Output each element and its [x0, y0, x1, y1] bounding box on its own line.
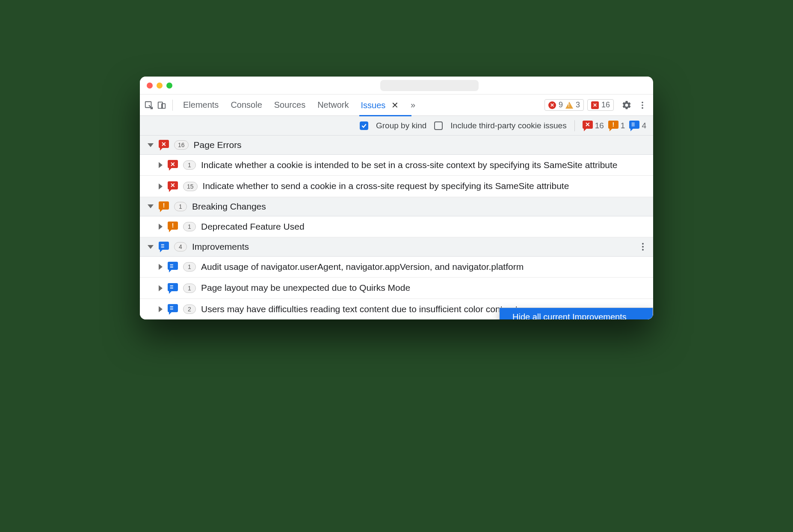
devtools-window: DevTools Elements Console Sources Networ…: [140, 77, 653, 319]
checkbox-group-by-kind[interactable]: [360, 121, 368, 130]
svg-point-4: [642, 104, 643, 106]
console-errors-warnings-badge[interactable]: ✕ 9 3: [544, 99, 584, 111]
chevron-right-icon: [159, 285, 163, 291]
tab-elements[interactable]: Elements: [183, 100, 219, 110]
error-kind-count: 16: [595, 121, 604, 130]
error-bubble-icon: [159, 140, 169, 150]
info-bubble-icon: [629, 121, 639, 131]
warning-bubble-icon: [168, 222, 178, 232]
issue-row[interactable]: 1 Page layout may be unexpected due to Q…: [140, 278, 653, 299]
svg-point-3: [642, 101, 643, 103]
group-count: 1: [174, 202, 187, 211]
issue-row[interactable]: 15 Indicate whether to send a cookie in …: [140, 176, 653, 197]
filterbar-separator: [574, 120, 575, 131]
chevron-right-icon: [159, 224, 163, 230]
checkbox-include-3p[interactable]: [434, 121, 443, 130]
info-bubble-icon: [168, 262, 178, 272]
issues-list: 16 Page Errors 1 Indicate whether a cook…: [140, 136, 653, 319]
context-menu: Hide all current Improvements: [499, 307, 653, 319]
close-window-button[interactable]: [147, 83, 153, 89]
tab-sources[interactable]: Sources: [274, 100, 305, 110]
tab-console[interactable]: Console: [231, 100, 262, 110]
tab-network[interactable]: Network: [317, 100, 349, 110]
error-circle-icon: ✕: [548, 101, 556, 109]
svg-point-5: [642, 107, 643, 109]
chevron-down-icon: [148, 143, 154, 147]
tab-issues[interactable]: Issues ✕: [361, 100, 399, 110]
error-bubble-icon: [168, 160, 178, 170]
issue-kind-counts: 16 1 4: [583, 121, 646, 131]
group-title: Breaking Changes: [192, 201, 266, 212]
issue-text: Page layout may be unexpected due to Qui…: [201, 282, 645, 294]
group-header-breaking-changes[interactable]: 1 Breaking Changes: [140, 197, 653, 216]
warning-triangle-icon: [565, 102, 573, 109]
info-bubble-icon: [168, 283, 178, 293]
issues-count: 16: [601, 100, 610, 109]
issue-row[interactable]: 1 Indicate whether a cookie is intended …: [140, 155, 653, 176]
issue-count: 2: [183, 304, 196, 314]
traffic-lights: [140, 83, 172, 89]
issue-row[interactable]: 1 Deprecated Feature Used: [140, 216, 653, 237]
chevron-right-icon: [159, 183, 163, 189]
info-bubble-icon: [168, 304, 178, 314]
menu-item-hide-improvements[interactable]: Hide all current Improvements: [500, 308, 653, 319]
titlebar: DevTools: [140, 77, 653, 95]
chevron-down-icon: [148, 245, 154, 249]
warning-bubble-icon: [159, 201, 169, 212]
settings-gear-icon[interactable]: [621, 100, 632, 110]
group-count: 4: [174, 242, 187, 251]
minimize-window-button[interactable]: [157, 83, 163, 89]
issue-count: 15: [183, 182, 198, 191]
include-3p-label: Include third-party cookie issues: [450, 121, 566, 130]
issue-text: Audit usage of navigator.userAgent, navi…: [201, 261, 645, 273]
more-tabs-icon[interactable]: »: [411, 100, 415, 110]
inspect-element-icon[interactable]: [144, 100, 154, 110]
group-title: Page Errors: [194, 140, 242, 150]
info-bubble-icon: [159, 242, 169, 252]
issues-badge[interactable]: ✕ 16: [587, 99, 614, 111]
issue-text: Indicate whether to send a cookie in a c…: [203, 180, 645, 192]
error-count: 9: [559, 100, 563, 109]
panel-tabs: Elements Console Sources Network Issues …: [183, 100, 415, 110]
warning-bubble-icon: [608, 121, 618, 131]
error-square-icon: ✕: [591, 101, 599, 109]
zoom-window-button[interactable]: [166, 83, 172, 89]
warning-kind-count: 1: [621, 121, 625, 130]
group-title: Improvements: [192, 242, 249, 252]
issue-text: Deprecated Feature Used: [201, 221, 645, 233]
info-kind-count: 4: [642, 121, 646, 130]
chevron-right-icon: [159, 306, 163, 312]
issue-count: 1: [183, 160, 196, 170]
device-toggle-icon[interactable]: [157, 100, 166, 110]
toolbar-separator: [172, 100, 173, 111]
group-header-page-errors[interactable]: 16 Page Errors: [140, 136, 653, 155]
group-header-improvements[interactable]: 4 Improvements: [140, 237, 653, 257]
target-pill: [380, 80, 479, 91]
issue-text: Indicate whether a cookie is intended to…: [201, 159, 645, 171]
chevron-right-icon: [159, 264, 163, 270]
tab-issues-label: Issues: [361, 100, 386, 110]
close-icon[interactable]: ✕: [391, 100, 399, 110]
issue-count: 1: [183, 262, 196, 272]
chevron-down-icon: [148, 204, 154, 208]
group-by-kind-label: Group by kind: [376, 121, 426, 130]
more-vert-icon[interactable]: [638, 100, 647, 110]
main-toolbar: Elements Console Sources Network Issues …: [140, 95, 653, 116]
group-count: 16: [174, 140, 189, 150]
chevron-right-icon: [159, 162, 163, 168]
group-menu-button[interactable]: [639, 240, 646, 253]
warning-count: 3: [576, 100, 580, 109]
issue-count: 1: [183, 284, 196, 293]
issues-filter-bar: Group by kind Include third-party cookie…: [140, 116, 653, 136]
issue-count: 1: [183, 222, 196, 231]
error-bubble-icon: [583, 121, 593, 131]
issue-row[interactable]: 1 Audit usage of navigator.userAgent, na…: [140, 257, 653, 278]
error-bubble-icon: [168, 181, 178, 192]
